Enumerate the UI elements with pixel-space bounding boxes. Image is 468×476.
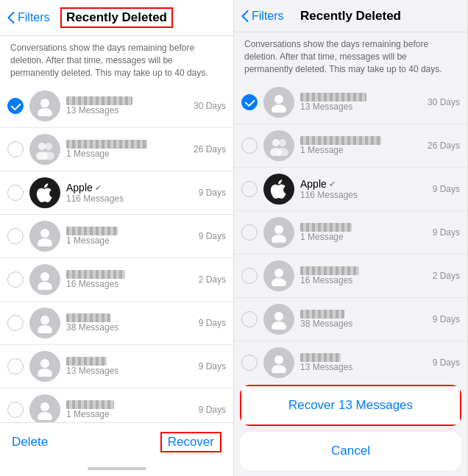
right-header: Filters Recently Deleted — [234, 0, 467, 32]
contact-item[interactable]: 16 Messages 2 Days — [234, 255, 467, 298]
contact-sub: 13 Messages — [300, 362, 430, 372]
contact-days: 2 Days — [199, 274, 226, 285]
contact-checkbox[interactable] — [7, 228, 24, 244]
avatar — [29, 308, 60, 338]
svg-point-23 — [272, 104, 286, 113]
contact-info: 1 Message — [66, 227, 196, 246]
contact-checkbox[interactable] — [241, 181, 258, 197]
contact-checkbox[interactable] — [241, 224, 258, 241]
contact-checkbox[interactable] — [241, 355, 258, 371]
contact-checkbox[interactable] — [7, 315, 24, 331]
svg-point-7 — [38, 238, 52, 246]
home-indicator — [0, 461, 233, 476]
avatar — [29, 221, 60, 252]
contact-item[interactable]: Apple ✔ 116 Messages 9 Days — [0, 171, 233, 215]
avatar — [263, 217, 294, 248]
left-panel: Filters Recently Deleted Conversations s… — [0, 0, 234, 476]
avatar — [263, 130, 294, 161]
contact-info: 1 Message — [300, 223, 430, 242]
contact-checkbox[interactable] — [7, 185, 24, 201]
contact-sub: 16 Messages — [66, 279, 196, 289]
home-indicator-bar — [88, 467, 146, 470]
right-back-button[interactable]: Filters — [241, 10, 284, 23]
contact-name — [66, 357, 196, 366]
contact-item[interactable]: 13 Messages 30 Days — [234, 81, 467, 124]
contact-checkbox[interactable] — [7, 141, 24, 157]
contact-name — [66, 227, 196, 235]
recover-messages-button[interactable]: Recover 13 Messages — [240, 385, 461, 426]
avatar — [263, 304, 294, 335]
right-info-text: Conversations show the days remaining be… — [234, 32, 467, 81]
recover-button[interactable]: Recover — [160, 432, 221, 452]
avatar — [29, 264, 60, 295]
blurred-name — [66, 96, 132, 105]
svg-point-8 — [40, 272, 49, 281]
contact-sub: 116 Messages — [66, 193, 196, 204]
contact-info: 1 Message — [300, 136, 425, 155]
svg-point-33 — [272, 322, 286, 330]
cancel-button[interactable]: Cancel — [240, 432, 461, 470]
contact-days: 9 Days — [433, 314, 460, 324]
contact-item[interactable]: 1 Message 9 Days — [0, 215, 233, 258]
left-back-button[interactable]: Filters — [7, 11, 50, 24]
svg-point-14 — [40, 402, 49, 411]
contact-days: 30 Days — [194, 101, 226, 111]
contact-item[interactable]: 1 Message 26 Days — [0, 128, 233, 171]
contact-checkbox[interactable] — [7, 402, 24, 418]
svg-point-31 — [272, 278, 286, 286]
contact-item[interactable]: 13 Messages 30 Days — [0, 85, 233, 128]
contact-item[interactable]: 16 Messages 2 Days — [0, 258, 233, 302]
left-bottom-bar: Delete Recover — [0, 422, 233, 461]
contact-checkbox[interactable] — [7, 358, 24, 374]
contact-checkbox[interactable] — [7, 98, 24, 114]
blurred-name — [66, 313, 110, 322]
contact-days: 9 Days — [433, 358, 460, 368]
avatar — [29, 90, 60, 121]
right-back-label: Filters — [252, 10, 284, 23]
contact-days: 9 Days — [199, 361, 226, 372]
contact-days: 9 Days — [199, 188, 226, 198]
contact-info: Apple ✔ 116 Messages — [300, 178, 430, 200]
contact-item[interactable]: 1 Message 9 Days — [0, 388, 233, 422]
contact-sub: 1 Message — [66, 235, 196, 246]
contact-name-text: Apple — [66, 182, 93, 193]
contact-name — [300, 136, 425, 145]
blurred-name — [300, 266, 359, 275]
action-sheet-overlay: Recover 13 Messages Cancel — [234, 379, 467, 476]
contact-name — [66, 96, 191, 105]
svg-point-12 — [40, 359, 49, 368]
contact-checkbox[interactable] — [7, 271, 24, 288]
svg-point-15 — [38, 412, 52, 420]
contact-sub: 13 Messages — [300, 102, 425, 112]
blurred-name — [66, 227, 118, 235]
contact-checkbox[interactable] — [241, 311, 258, 327]
contact-days: 9 Days — [199, 318, 226, 328]
contact-item[interactable]: 1 Message 9 Days — [234, 211, 467, 255]
blurred-name — [66, 270, 125, 279]
contact-sub: 16 Messages — [300, 275, 430, 285]
blurred-name — [300, 353, 341, 362]
contact-item[interactable]: Apple ✔ 116 Messages 9 Days — [234, 168, 467, 211]
contact-name — [66, 313, 196, 322]
svg-point-11 — [38, 325, 52, 333]
contact-name — [300, 353, 430, 362]
svg-point-29 — [272, 235, 286, 243]
blurred-name — [66, 357, 107, 366]
contact-item[interactable]: 38 Messages 9 Days — [234, 298, 467, 341]
contact-name — [66, 140, 191, 149]
contact-days: 30 Days — [428, 97, 460, 107]
svg-point-24 — [272, 139, 280, 146]
svg-point-34 — [274, 355, 283, 364]
svg-point-30 — [274, 269, 283, 277]
contact-checkbox[interactable] — [241, 268, 258, 284]
contact-checkbox[interactable] — [241, 94, 258, 110]
svg-point-13 — [38, 369, 52, 377]
contact-item[interactable]: 38 Messages 9 Days — [0, 302, 233, 345]
contact-item[interactable]: 1 Message 26 Days — [234, 124, 467, 168]
contact-info: 38 Messages — [66, 313, 196, 333]
contact-checkbox[interactable] — [241, 138, 258, 154]
svg-point-9 — [38, 282, 52, 290]
contact-name — [300, 310, 430, 319]
contact-item[interactable]: 13 Messages 9 Days — [0, 345, 233, 388]
delete-button[interactable]: Delete — [12, 435, 48, 450]
